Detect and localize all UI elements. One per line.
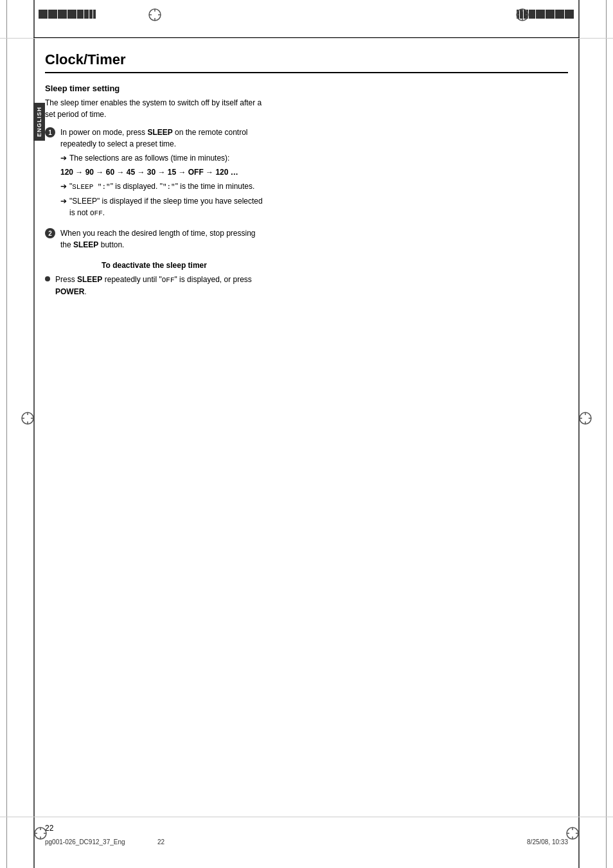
- step-1-text: In power on mode, press SLEEP on the rem…: [60, 128, 248, 148]
- section-title: Clock/Timer: [45, 51, 568, 73]
- sequence-text: 120 → 90 → 60 → 45 → 30 → 15 → OFF → 120…: [60, 166, 263, 178]
- pat-sq: [536, 10, 545, 19]
- step-2-text: When you reach the desired length of tim…: [60, 229, 256, 249]
- pat-sq: [77, 10, 84, 19]
- pat-sq: [565, 10, 574, 19]
- right-column: [276, 84, 568, 297]
- bullet-text: Press SLEEP repeatedly until "OFF" is di…: [55, 274, 263, 297]
- content-area: Clock/Timer Sleep timer setting The slee…: [45, 39, 568, 297]
- pat-sq: [67, 10, 76, 19]
- footer-page-num: 22: [157, 838, 164, 846]
- language-tab: English: [33, 103, 45, 141]
- pat-sq: [39, 10, 48, 19]
- pat-sq: [93, 10, 96, 19]
- pattern-left: [39, 10, 96, 19]
- vline-right: [578, 0, 580, 868]
- footer-file: pg001-026_DC912_37_Eng: [45, 838, 125, 846]
- top-bar: [0, 0, 613, 39]
- arrow-symbol: ➔: [60, 152, 67, 164]
- arrow-symbol-3: ➔: [60, 195, 67, 207]
- pat-sq: [555, 10, 564, 19]
- deactivate-heading: To deactivate the sleep timer: [45, 261, 263, 270]
- crosshair-bottom-left-icon: [33, 826, 48, 842]
- step-2-number: 2: [45, 228, 55, 238]
- arrow3-text: "SLEEP" is displayed if the sleep time y…: [69, 195, 263, 219]
- crosshair-bottom-right-icon: [565, 826, 580, 842]
- pat-sq: [48, 10, 57, 19]
- left-column: Sleep timer setting The sleep timer enab…: [45, 84, 263, 297]
- subsection-heading: Sleep timer setting: [45, 84, 263, 93]
- crosshair-right-icon: [515, 8, 529, 22]
- pat-sq: [84, 10, 89, 19]
- crosshair-left-icon: [148, 8, 162, 22]
- step-1-content: In power on mode, press SLEEP on the rem…: [60, 127, 263, 221]
- deactivate-section: To deactivate the sleep timer Press SLEE…: [45, 261, 263, 297]
- outer-vline-right: [606, 0, 607, 868]
- footer-date: 8/25/08, 10:33: [527, 838, 568, 846]
- step-1-arrow3: ➔ "SLEEP" is displayed if the sleep time…: [60, 195, 263, 219]
- bullet-dot: [45, 276, 50, 281]
- arrow2-text: "SLEEP ":"" is displayed. "":"" is the t…: [69, 181, 254, 193]
- arrow-symbol-2: ➔: [60, 181, 67, 192]
- step-1-arrow2: ➔ "SLEEP ":"" is displayed. "":"" is the…: [60, 181, 263, 193]
- intro-text: The sleep timer enables the system to sw…: [45, 97, 263, 120]
- main-content: Sleep timer setting The sleep timer enab…: [45, 84, 568, 297]
- pat-sq: [529, 10, 535, 19]
- outer-vline-left: [6, 0, 7, 868]
- pat-sq: [546, 10, 555, 19]
- bullet-item: Press SLEEP repeatedly until "OFF" is di…: [45, 274, 263, 297]
- page-container: English Clock/Timer Sleep tim: [0, 0, 613, 868]
- arrow1-text: The selections are as follows (time in m…: [69, 152, 229, 164]
- step-1-number: 1: [45, 127, 55, 137]
- step-1-arrow1: ➔ The selections are as follows (time in…: [60, 152, 263, 164]
- crosshair-mid-right-icon: [578, 411, 592, 427]
- step-1: 1 In power on mode, press SLEEP on the r…: [45, 127, 263, 221]
- pat-sq: [58, 10, 67, 19]
- step-2: 2 When you reach the desired length of t…: [45, 227, 263, 251]
- pat-sq: [89, 10, 93, 19]
- bottom-bar: 22 pg001-026_DC912_37_Eng 22 8/25/08, 10…: [0, 817, 613, 868]
- step-2-content: When you reach the desired length of tim…: [60, 227, 263, 251]
- crosshair-mid-left-icon: [21, 411, 35, 427]
